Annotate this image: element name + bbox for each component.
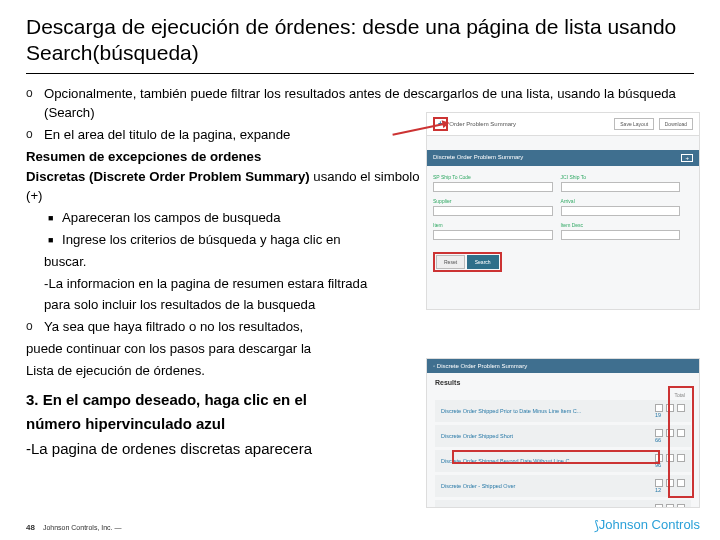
para-7: -La informacion en la pagina de resumen … [44,274,426,294]
bold-line-1: Resumen de excepciones de ordenes [26,149,261,164]
screenshot-results-panel: ◦ Discrete Order Problem Summary Results… [426,358,700,508]
results-bar-title: Discrete Order Problem Summary [437,363,527,369]
reset-button: Reset [436,255,465,269]
para-2: En el area del titulo de la pagina, expa… [44,125,426,145]
para-4: Apareceran los campos de busqueda [62,208,426,228]
section-bar-plus-icon: + [681,154,693,162]
para-5: Ingrese los criterios de búsqueda y haga… [62,230,426,250]
bullet-circle: o [26,317,44,335]
bullet-circle: o [26,125,44,143]
result-row: Exchange Dispute Order 43 [435,500,691,508]
bold-line-2: Discretas (Discrete Order Problem Summar… [26,169,310,184]
result-count-link: 19 [655,412,661,418]
field-label: Arrival [561,198,681,204]
para-8: para solo incluir los resultados de la b… [44,295,426,315]
field-input [561,230,681,240]
footer-copyright: Johnson Controls, Inc. — [43,524,122,531]
highlighted-action-buttons: Reset Search [433,252,502,272]
logo-text: Johnson Controls [599,517,700,532]
para-9: Ya sea que haya filtrado o no los result… [44,317,694,337]
save-layout-button: Save Layout [614,118,654,130]
field-label: SP Ship To Code [433,174,553,180]
screenshot-search-panel: + Order Problem Summary Save Layout Down… [426,112,700,310]
highlight-box-column [668,386,694,498]
result-row: Discrete Order Shipped Prior to Date Min… [435,400,691,422]
field-input [433,182,553,192]
result-label: Discrete Order - Shipped Over [441,483,515,489]
highlight-box-row [452,450,660,464]
field-label: Item [433,222,553,228]
field-label: Item Desc [561,222,681,228]
result-label: Discrete Order Shipped Prior to Date Min… [441,408,581,414]
field-label: JCI Ship To [561,174,681,180]
field-input [433,230,553,240]
result-count-link: 66 [655,437,661,443]
result-row: Discrete Order - Shipped Over 12 [435,475,691,497]
search-button: Search [467,255,499,269]
page-number: 48 [26,523,35,532]
johnson-controls-logo: ⟆Johnson Controls [594,517,700,532]
screenshot-form: SP Ship To Code JCI Ship To Supplier Arr… [427,166,699,248]
download-button: Download [659,118,693,130]
field-input [433,206,553,216]
title-divider [26,73,694,74]
bullet-circle: o [26,84,44,102]
bullet-square: ■ [44,208,62,226]
results-section-bar: ◦ Discrete Order Problem Summary [427,359,699,373]
result-label: Discrete Order Shipped Short [441,433,513,439]
field-input [561,206,681,216]
screenshot-header-title: Order Problem Summary [449,121,516,127]
section-bar-title: Discrete Order Problem Summary [433,154,523,162]
screenshot-section-bar: Discrete Order Problem Summary + [427,150,699,166]
screenshot-header-buttons: Save Layout Download [611,118,693,130]
results-heading: Results [435,379,691,386]
para-10: puede continuar con los pasos para desca… [26,339,694,359]
slide-footer: 48 Johnson Controls, Inc. — [26,523,122,532]
result-count-link: 12 [655,487,661,493]
row-action-icons [655,504,685,508]
para-3: Resumen de excepciones de ordenes Discre… [26,147,426,206]
field-label: Supplier [433,198,553,204]
page-title: Descarga de ejecución de órdenes: desde … [26,14,694,67]
field-input [561,182,681,192]
result-row: Discrete Order Shipped Short 66 [435,425,691,447]
bullet-square: ■ [44,230,62,248]
para-6: buscar. [44,252,426,272]
